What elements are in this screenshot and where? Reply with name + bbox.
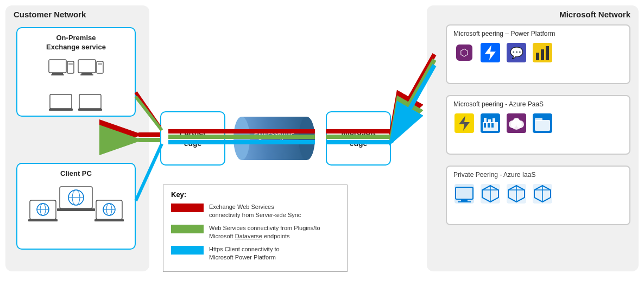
key-text-green: Web Services connectivity from Plugins/t… <box>209 224 320 241</box>
vm-icon-3 <box>506 183 527 205</box>
svg-point-31 <box>299 117 315 160</box>
clientpc-label: Client PC <box>60 169 92 177</box>
key-title: Key: <box>171 190 339 199</box>
expressroute-svg: ExpressRoute Connection <box>233 106 315 171</box>
svg-point-30 <box>233 117 250 160</box>
computer-icons-row2 <box>49 92 103 119</box>
svg-rect-1 <box>52 73 63 74</box>
svg-text:ExpressRoute: ExpressRoute <box>254 130 294 137</box>
partner-edge-label: Partneredge <box>179 128 206 149</box>
vm-icon-4 <box>532 183 553 205</box>
azure-cloud-icon <box>506 112 527 134</box>
onprem-icons-row2 <box>49 92 103 121</box>
peering1-icons: ⬡ 💬 <box>453 42 623 63</box>
svg-text:💬: 💬 <box>510 46 523 59</box>
svg-rect-28 <box>94 219 124 221</box>
peering3-label: Private Peering - Azure IaaS <box>453 171 623 179</box>
key-line-red <box>171 204 204 212</box>
svg-point-58 <box>513 118 520 124</box>
svg-rect-4 <box>68 63 73 65</box>
peering-box-power-platform: Microsoft peering – Power Platform ⬡ 💬 <box>446 24 630 84</box>
powerapps-icon: ⬡ <box>453 42 475 63</box>
key-text-red: Exchange Web Servicesconnectivity from S… <box>209 203 301 220</box>
svg-rect-0 <box>49 60 66 73</box>
svg-rect-18 <box>57 208 95 211</box>
teams-icon: 💬 <box>506 42 527 63</box>
svg-rect-5 <box>78 60 96 73</box>
key-text-blue: Https Client connectivity toMicrosoft Po… <box>209 245 280 262</box>
svg-rect-6 <box>81 73 92 74</box>
onprem-box: On-PremiseExchange service <box>16 27 136 117</box>
peering3-icons <box>453 183 623 205</box>
svg-rect-65 <box>458 201 471 202</box>
powerautomate-icon <box>479 42 501 63</box>
vm-icon-2 <box>479 183 501 205</box>
svg-text:Connection: Connection <box>258 138 291 145</box>
clientpc-box: Client PC <box>16 163 136 250</box>
svg-rect-12 <box>79 94 101 109</box>
customer-network-label: Customer Network <box>14 10 86 19</box>
peering2-icons <box>453 112 623 134</box>
svg-rect-23 <box>28 219 58 221</box>
partner-edge-box: Partneredge <box>160 111 225 166</box>
diagram: { "customerNetwork": { "label": "Custome… <box>0 0 644 286</box>
svg-rect-42 <box>541 49 544 60</box>
svg-rect-52 <box>488 123 490 128</box>
svg-rect-60 <box>535 120 550 131</box>
key-line-blue <box>171 246 204 255</box>
key-item-blue: Https Client connectivity toMicrosoft Po… <box>171 245 339 262</box>
svg-rect-48 <box>484 118 487 123</box>
peering-box-azure-iaas: Private Peering - Azure IaaS <box>446 166 630 225</box>
svg-rect-2 <box>51 74 64 75</box>
key-item-red: Exchange Web Servicesconnectivity from S… <box>171 203 339 220</box>
svg-rect-11 <box>49 109 73 111</box>
onprem-icons <box>48 59 104 88</box>
microsoft-edge-box: Microsoftedge <box>326 111 391 166</box>
svg-rect-64 <box>461 199 468 201</box>
svg-text:⬡: ⬡ <box>460 47 469 58</box>
azure-iot-icon <box>479 112 501 134</box>
clientpc-icons-svg <box>27 184 125 244</box>
svg-rect-7 <box>80 74 93 75</box>
svg-rect-61 <box>535 118 542 121</box>
key-line-green <box>171 225 204 233</box>
clientpc-icons <box>27 184 125 246</box>
svg-rect-13 <box>78 109 102 111</box>
microsoft-edge-label: Microsoftedge <box>342 128 376 149</box>
key-item-green: Web Services connectivity from Plugins/t… <box>171 224 339 241</box>
key-box: Key: Exchange Web Servicesconnectivity f… <box>163 185 348 272</box>
peering-box-azure-paas: Microsoft peering - Azure PaaS <box>446 95 630 155</box>
expressroute-box: ExpressRoute Connection <box>233 106 315 171</box>
svg-rect-10 <box>50 94 72 109</box>
azure-storage-icon <box>532 112 553 134</box>
vm-icon-1 <box>453 183 475 205</box>
svg-rect-50 <box>493 118 495 123</box>
svg-rect-43 <box>546 46 549 60</box>
powerbi-icon <box>532 42 553 63</box>
onprem-label: On-PremiseExchange service <box>46 34 106 52</box>
computer-icon-2 <box>77 59 104 88</box>
svg-rect-53 <box>491 123 494 128</box>
svg-rect-49 <box>488 119 491 123</box>
computer-icon-1 <box>48 59 75 88</box>
azure-functions-icon <box>453 112 475 134</box>
svg-rect-51 <box>484 123 486 128</box>
svg-rect-41 <box>536 53 539 60</box>
peering2-label: Microsoft peering - Azure PaaS <box>453 100 623 108</box>
microsoft-network-label: Microsoft Network <box>559 10 630 19</box>
svg-rect-9 <box>98 63 102 65</box>
peering1-label: Microsoft peering – Power Platform <box>453 30 623 37</box>
